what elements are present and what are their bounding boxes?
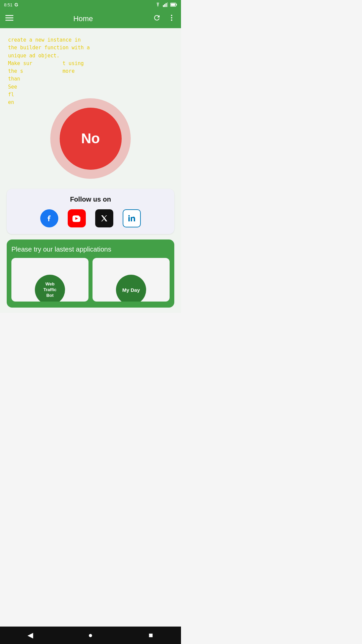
status-bar: 8:51 G (0, 0, 181, 9)
code-line-4: Make sur t using (8, 60, 173, 67)
battery-icon (170, 3, 177, 7)
youtube-icon (72, 214, 81, 223)
latest-apps-title: Please try our lastest applications (11, 246, 170, 253)
signal-icon (163, 2, 168, 7)
app-bar-actions (153, 14, 176, 24)
follow-us-title: Follow us on (12, 196, 169, 203)
svg-point-14 (128, 215, 130, 217)
code-line-6: than (8, 75, 173, 83)
svg-point-12 (171, 19, 172, 21)
follow-us-card: Follow us on (7, 189, 174, 234)
svg-rect-9 (5, 20, 13, 21)
google-app-label: G (14, 2, 18, 7)
svg-rect-13 (128, 217, 130, 221)
my-day-label: My Day (120, 287, 143, 293)
code-line-8: fl (8, 91, 173, 99)
code-line-5: the s more (8, 67, 173, 75)
app-card-my-day[interactable]: My Day (93, 258, 170, 302)
youtube-button[interactable] (68, 209, 86, 227)
svg-rect-7 (5, 15, 13, 16)
svg-point-10 (171, 15, 172, 16)
app-card-web-traffic-bot[interactable]: WebTrafficBot (11, 258, 88, 302)
facebook-button[interactable] (40, 209, 58, 227)
more-options-button[interactable] (168, 14, 176, 24)
time-label: 8:51 (4, 2, 12, 7)
no-button-outer-ring: No (50, 98, 131, 179)
linkedin-button[interactable] (123, 209, 141, 227)
svg-rect-2 (166, 3, 167, 7)
my-day-icon-circle: My Day (116, 275, 146, 302)
svg-rect-0 (163, 5, 164, 7)
x-twitter-button[interactable] (95, 209, 113, 227)
x-icon (100, 214, 109, 223)
status-right (155, 2, 177, 7)
no-button-container: No (0, 98, 181, 179)
linkedin-icon (127, 214, 136, 223)
social-icons-row (12, 209, 169, 227)
app-bar: Home (0, 9, 181, 28)
svg-rect-1 (164, 4, 165, 7)
no-button[interactable]: No (60, 108, 122, 170)
svg-point-11 (171, 17, 172, 18)
wifi-icon (155, 2, 161, 7)
web-traffic-bot-label: WebTrafficBot (41, 281, 59, 299)
latest-apps-section: Please try our lastest applications WebT… (7, 239, 174, 308)
page-title: Home (73, 14, 93, 23)
facebook-icon (45, 214, 54, 223)
status-left: 8:51 G (4, 2, 18, 7)
svg-rect-8 (5, 17, 13, 18)
code-line-2: the builder function with a (8, 44, 173, 52)
svg-rect-6 (171, 4, 175, 6)
code-line-3: unique ad object. (8, 52, 173, 60)
no-button-label: No (81, 130, 100, 147)
code-line-7: See (8, 83, 173, 91)
menu-button[interactable] (5, 14, 13, 24)
code-line-1: create a new instance in (8, 36, 173, 44)
svg-rect-3 (167, 2, 168, 7)
app-cards-row: WebTrafficBot My Day (11, 258, 170, 302)
svg-rect-5 (176, 4, 177, 6)
web-traffic-bot-icon-circle: WebTrafficBot (35, 275, 65, 302)
main-content: create a new instance in the builder fun… (0, 28, 181, 313)
refresh-button[interactable] (153, 14, 161, 24)
